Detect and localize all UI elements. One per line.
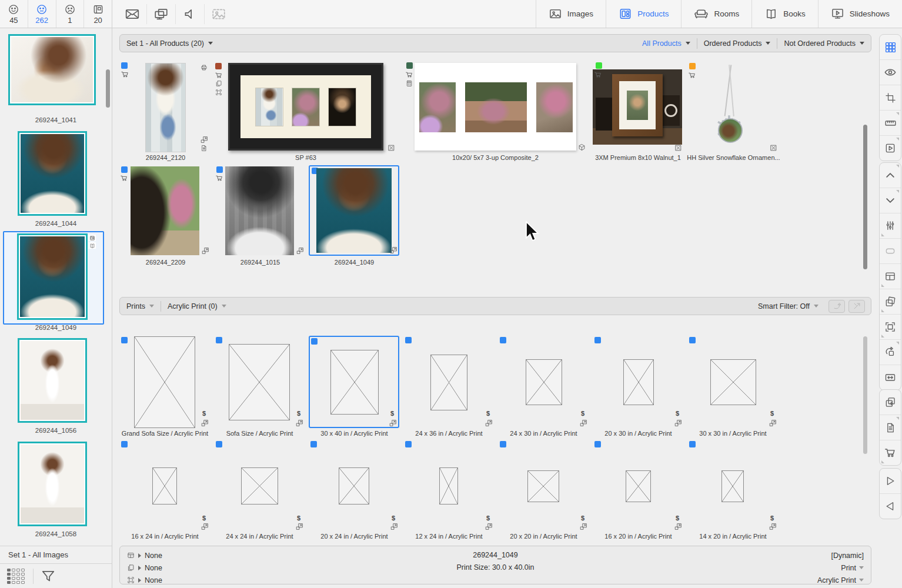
print-size-tile[interactable]: $ 16 x 20 in / Acrylic Print [593,439,684,543]
tab-books[interactable]: Books [751,0,818,28]
tab-rooms[interactable]: Rooms [681,0,751,28]
print-size-tile[interactable]: $ 14 x 20 in / Acrylic Print [687,439,779,543]
remove-icon[interactable] [770,144,777,152]
print-placeholder[interactable] [526,359,562,405]
print-size-tile[interactable]: $ Sofa Size / Acrylic Print [214,335,305,439]
filter-funnel-icon[interactable] [41,569,56,584]
select-tag[interactable] [121,337,128,343]
select-tag[interactable] [689,441,696,447]
stat-yes-images[interactable]: 45 [0,0,28,28]
print-placeholder[interactable] [527,470,559,502]
product-set-selector[interactable]: Set 1 - All Products (20) [120,35,219,52]
print-button[interactable] [147,4,176,24]
ruler-button[interactable] [880,110,901,135]
select-tag[interactable] [121,441,128,447]
products-scrollbar[interactable] [863,125,867,269]
print-placeholder[interactable] [152,467,177,505]
select-tag[interactable] [594,441,601,447]
select-tag[interactable] [594,337,601,343]
stat-album-images[interactable]: 20 [84,0,112,28]
thumbnail-269244_1049[interactable] [17,233,88,320]
print-size-tile[interactable]: $ 20 x 24 in / Acrylic Print [309,439,400,543]
select-tag[interactable] [310,441,317,447]
stack-button[interactable] [880,289,901,314]
print-category-selector[interactable]: Prints [120,298,161,315]
print-placeholder[interactable] [721,470,744,502]
image-set-label[interactable]: Set 1 - All Images [0,546,112,564]
print-placeholder[interactable] [330,350,379,415]
select-tag[interactable] [405,337,412,343]
add-page-button[interactable] [880,390,901,415]
select-tag[interactable] [216,441,222,447]
print-placeholder[interactable] [710,359,756,405]
adjustments-button[interactable] [880,213,901,238]
print-type-selector-bottom[interactable]: Acrylic Print [817,574,864,586]
thumbnail-269244_1044[interactable] [18,131,87,216]
mat-frame-button[interactable] [880,314,901,339]
product-tile[interactable]: ❄ HH Silver Snowflake Ornamen... [685,61,782,162]
print-placeholder[interactable] [626,470,651,502]
sidebar-scrollbar[interactable] [106,69,110,108]
previous-button[interactable] [880,493,901,519]
filter-all-products[interactable]: All Products [636,35,697,52]
apply-filter-button[interactable] [828,300,845,313]
filter-not-ordered-products[interactable]: Not Ordered Products [777,35,871,52]
thumbnail-size-icon[interactable] [7,569,25,584]
preview-button[interactable] [880,59,901,85]
print-placeholder[interactable] [623,359,654,405]
print-size-tile[interactable]: $ 16 x 24 in / Acrylic Print [119,439,211,543]
prints-scrollbar[interactable] [863,336,867,454]
product-type-selector[interactable]: Print [841,562,864,574]
email-button[interactable] [118,4,147,24]
print-size-tile[interactable]: $ Grand Sofa Size / Acrylic Print [119,335,211,439]
print-size-tile[interactable]: $ 24 x 36 in / Acrylic Print [403,335,495,439]
clear-filter-button[interactable] [848,300,865,313]
print-size-tile[interactable]: $ 24 x 30 in / Acrylic Print [498,335,589,439]
select-tag[interactable] [596,62,602,69]
product-tile-selected[interactable]: 269244_1049 [309,165,400,268]
thumbnail-269244_1058[interactable] [18,442,87,526]
select-tag[interactable] [216,166,223,173]
slideshow-play-button[interactable] [880,135,901,161]
tab-products[interactable]: Products [606,0,681,28]
print-placeholder[interactable] [134,336,195,428]
select-tag[interactable] [500,337,506,343]
print-size-tile[interactable]: $ 12 x 24 in / Acrylic Print [403,439,495,543]
layout-button[interactable] [880,263,901,289]
flip-horizontal-button[interactable] [880,365,901,390]
product-tile[interactable]: SP #63 [197,61,392,162]
thumbnail-269244_1056[interactable] [18,338,87,423]
tab-images[interactable]: Images [536,0,606,28]
order-report-button[interactable] [880,415,901,440]
filter-ordered-products[interactable]: Ordered Products [697,35,777,52]
smart-filter-selector[interactable]: Smart Filter: Off [751,298,825,315]
select-tag[interactable] [500,441,506,447]
print-placeholder[interactable] [229,344,290,420]
remove-icon[interactable] [387,144,395,152]
print-size-tile[interactable]: $ 20 x 30 in / Acrylic Print [593,335,684,439]
crop-info[interactable]: None [127,574,162,586]
vignette-button[interactable] [880,238,901,263]
stat-maybe-images[interactable]: 262 [28,0,56,28]
scroll-up-button[interactable] [880,163,901,188]
grid-view-button[interactable] [880,35,901,59]
print-placeholder[interactable] [241,467,278,505]
product-tile[interactable]: 10x20/ 5x7 3-up Composite_2 [403,61,588,162]
print-size-tile[interactable]: $ 20 x 20 in / Acrylic Print [498,439,589,543]
product-tile[interactable]: 3XM Premium 8x10 Walnut_1 [591,61,685,162]
print-size-tile[interactable]: $ 30 x 30 in / Acrylic Print [687,335,779,439]
cart-button[interactable] [880,440,901,465]
print-placeholder[interactable] [339,467,369,505]
thumbnail-269244_1041[interactable] [8,34,96,105]
product-tile[interactable]: 269244_1015 [214,165,306,268]
stat-no-images[interactable]: 1 [56,0,85,28]
remove-icon[interactable] [674,144,682,152]
select-tag[interactable] [405,441,412,447]
select-tag[interactable] [311,338,318,345]
select-tag[interactable] [406,62,413,69]
print-placeholder[interactable] [439,467,458,505]
select-tag[interactable] [689,337,696,343]
print-size-tile-selected[interactable]: $ 30 x 40 in / Acrylic Print [309,335,400,439]
crop-button[interactable] [880,85,901,110]
print-type-selector[interactable]: Acrylic Print (0) [161,298,233,315]
